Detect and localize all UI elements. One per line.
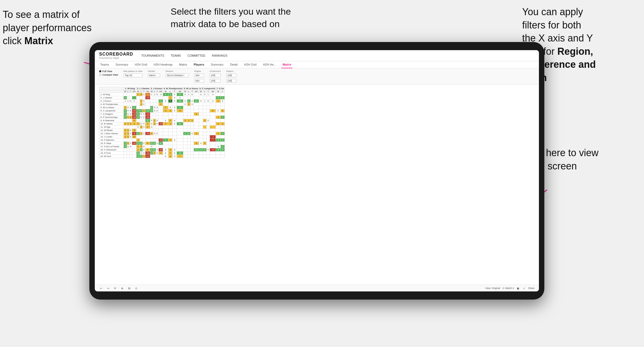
matrix-cell <box>221 155 225 158</box>
matrix-cell <box>183 122 187 126</box>
matrix-cell: 2 <box>124 113 127 116</box>
matrix-cell <box>183 116 187 119</box>
matrix-cell: 0 <box>156 142 159 145</box>
matrix-cell: 2 <box>153 148 156 152</box>
matrix-cell <box>140 119 142 122</box>
matrix-cell <box>163 129 168 132</box>
max-players-select[interactable]: Top 25 <box>123 73 142 77</box>
subnav-players[interactable]: Players <box>193 61 205 68</box>
matrix-cell: 1 <box>140 103 142 106</box>
nav-tournaments[interactable]: TOURNAMENTS <box>141 53 164 58</box>
matrix-cell: 3 <box>194 113 199 116</box>
matrix-cell: 1 <box>203 119 207 122</box>
matrix-cell: 0 <box>153 132 156 135</box>
matrix-cell <box>221 103 225 106</box>
matrix-cell <box>153 145 156 148</box>
compact-view-radio[interactable] <box>99 74 101 76</box>
matrix-cell <box>199 122 203 126</box>
matrix-cell <box>173 116 177 119</box>
filter-max-players: Max players in view Top 25 <box>123 70 142 77</box>
matrix-cell: 1 <box>216 122 221 126</box>
settings-icon[interactable]: ⊙ <box>134 286 138 290</box>
full-view-radio[interactable] <box>99 70 101 72</box>
subnav-detail[interactable]: Detail <box>229 61 239 68</box>
subnav-summary2[interactable]: Summary <box>210 61 225 68</box>
matrix-cell <box>216 129 221 132</box>
matrix-cell <box>216 103 221 106</box>
nav-teams[interactable]: TEAMS <box>171 53 181 58</box>
matrix-cell: -3 <box>132 132 136 135</box>
full-view-option[interactable]: Full View <box>99 70 118 73</box>
subnav-h2h-grid2[interactable]: H2H Grid <box>243 61 258 68</box>
matrix-cell: 1 <box>216 99 221 103</box>
conference-select-2[interactable]: (All) <box>210 79 221 83</box>
subnav-h2h-heatmap[interactable]: H2H Heatmap <box>152 61 174 68</box>
grid-icon[interactable]: ⊞ <box>127 286 131 290</box>
matrix-cell: 1 <box>142 109 145 113</box>
matrix-cell <box>210 122 216 126</box>
subnav-matrix2[interactable]: Matrix <box>281 61 292 68</box>
monitor-icon[interactable]: ▣ <box>516 286 520 290</box>
matrix-cell: 1 <box>168 122 173 126</box>
subnav-h2h-grid[interactable]: H2H Grid <box>134 61 148 68</box>
matrix-cell <box>190 122 194 126</box>
matrix-cell: 1 <box>163 122 168 126</box>
matrix-col-5: 5. M La Sasso <box>183 87 199 90</box>
share-button[interactable]: Share <box>528 287 535 290</box>
matrix-cell <box>194 126 199 129</box>
undo-icon[interactable]: ↩ <box>99 286 103 290</box>
players-select-1[interactable]: (All) <box>226 73 236 77</box>
matrix-cell <box>183 109 187 113</box>
division-select[interactable]: NCAA Division I <box>165 73 189 77</box>
matrix-cell <box>145 129 150 132</box>
matrix-cell: 1 <box>140 145 142 148</box>
matrix-cell <box>129 119 132 122</box>
matrix-cell <box>124 148 127 152</box>
region-select-2[interactable]: N/A <box>194 79 204 83</box>
nav-committee[interactable]: COMMITTEE <box>187 53 205 58</box>
matrix-cell: 1 <box>187 103 190 106</box>
matrix-cell: 0 <box>173 96 177 99</box>
view-original-label: View: Original <box>485 287 500 290</box>
nav-rankings[interactable]: RANKINGS <box>212 53 227 58</box>
redo-icon[interactable]: ↪ <box>106 286 110 290</box>
matrix-cell <box>150 99 153 103</box>
watch-button[interactable]: ⊙ Watch ▾ <box>502 287 514 290</box>
matrix-cell <box>199 135 203 139</box>
matrix-cell <box>158 106 163 109</box>
players-select-2[interactable]: (All) <box>226 79 236 83</box>
subnav-matrix[interactable]: Matrix <box>178 61 188 68</box>
matrix-cell <box>153 155 156 158</box>
region-select-1[interactable]: N/A <box>194 73 204 77</box>
matrix-cell <box>183 126 187 129</box>
matrix-cell <box>153 129 156 132</box>
matrix-cell <box>142 119 145 122</box>
matrix-cell <box>124 103 127 106</box>
matrix-cell <box>140 106 142 109</box>
matrix-cell <box>183 139 187 142</box>
gender-select[interactable]: Men's <box>148 73 160 77</box>
compact-view-option[interactable]: Compact View <box>99 73 118 76</box>
matrix-cell: 1 <box>145 122 150 126</box>
refresh-icon[interactable]: ⟳ <box>113 286 117 290</box>
matrix-cell <box>199 132 203 135</box>
matrix-cell: 0 <box>210 93 216 96</box>
matrix-cell: 3 <box>221 132 225 135</box>
matrix-cell <box>216 119 221 122</box>
matrix-cell <box>203 103 207 106</box>
subnav-h2h-he[interactable]: H2H He... <box>262 61 277 68</box>
zoom-icon[interactable]: ⊕ <box>120 286 124 290</box>
matrix-cell <box>199 129 203 132</box>
subnav-teams[interactable]: Teams <box>99 61 110 68</box>
subnav-summary[interactable]: Summary <box>114 61 129 68</box>
matrix-cell: 0 <box>129 109 132 113</box>
matrix-cell <box>203 106 207 109</box>
matrix-cell <box>206 122 210 126</box>
matrix-cell: 1 <box>216 132 221 135</box>
conference-select-1[interactable]: (All) <box>210 73 221 77</box>
expand-icon[interactable]: ⤢ <box>522 286 526 290</box>
matrix-cell: 0 <box>150 126 153 129</box>
matrix-cell: 6 <box>132 106 136 109</box>
matrix-cell <box>177 139 183 142</box>
matrix-cell: 0 <box>129 106 132 109</box>
